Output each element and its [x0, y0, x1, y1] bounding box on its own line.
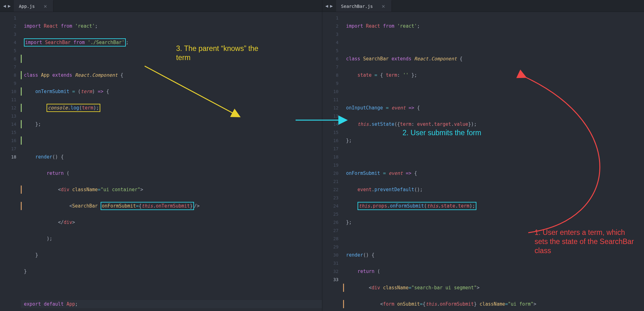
editor-left[interactable]: 1234 5678 9101112 13141516 1718 import R…	[0, 12, 322, 311]
highlight-props-onformsubmit: this.props.onFormSubmit(this.state.term)…	[358, 202, 476, 210]
tab-label: App.js	[19, 4, 35, 9]
gutter-left: 1234 5678 9101112 13141516 1718	[0, 12, 21, 311]
close-icon[interactable]: ×	[382, 3, 385, 9]
nav-arrows-left[interactable]: ◀ ▶	[0, 0, 14, 12]
left-pane: ◀ ▶ App.js × 1234 5678 9101112 13141516 …	[0, 0, 322, 311]
nav-forward-icon[interactable]: ▶	[330, 3, 333, 9]
code-right[interactable]: import React from 'react'; class SearchB…	[343, 12, 644, 311]
nav-forward-icon[interactable]: ▶	[8, 3, 11, 9]
nav-back-icon[interactable]: ◀	[325, 3, 328, 9]
tabbar-left: ◀ ▶ App.js ×	[0, 0, 322, 12]
split-view: ◀ ▶ App.js × 1234 5678 9101112 13141516 …	[0, 0, 644, 311]
right-pane: ◀ ▶ SearchBar.js × 1234 5678 9101112 131…	[322, 0, 644, 311]
editor-right[interactable]: 1234 5678 9101112 13141516 17181920 2122…	[322, 12, 644, 311]
highlight-import-searchbar: import SearchBar from './SearchBar'	[24, 38, 126, 47]
nav-back-icon[interactable]: ◀	[3, 3, 6, 9]
nav-arrows-right[interactable]: ◀ ▶	[322, 0, 336, 12]
tabbar-right: ◀ ▶ SearchBar.js ×	[322, 0, 644, 12]
tab-searchbar-js[interactable]: SearchBar.js ×	[336, 0, 392, 12]
gutter-right: 1234 5678 9101112 13141516 17181920 2122…	[322, 12, 343, 311]
code-left[interactable]: import React from 'react'; import Search…	[21, 12, 322, 311]
tab-app-js[interactable]: App.js ×	[14, 0, 53, 12]
highlight-console-log: console.log(term);	[47, 104, 100, 112]
close-icon[interactable]: ×	[44, 3, 47, 9]
highlight-onformsubmit-prop: onFormSubmit={this.onTermSubmit}	[101, 202, 194, 210]
tab-label: SearchBar.js	[341, 4, 373, 9]
